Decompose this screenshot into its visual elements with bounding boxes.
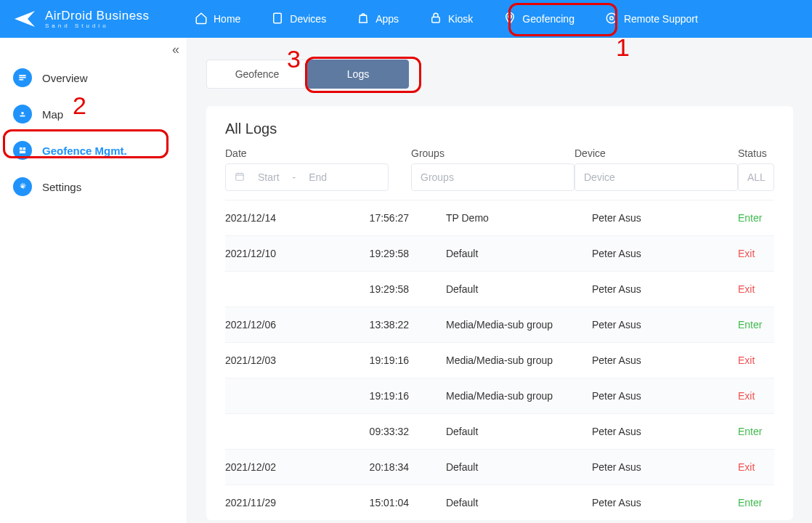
table-row: 2021/11/2915:01:04DefaultPeter AsusEnter [225, 485, 774, 520]
brand-sub: Sand Studio [45, 23, 150, 29]
svg-point-3 [606, 13, 617, 23]
groups-filter-input[interactable]: Groups [411, 163, 575, 191]
sidebar-item-label: Map [42, 108, 63, 121]
cell-group: TP Demo [446, 212, 592, 224]
table-row: 2021/12/0613:38:22Media/Media-sub groupP… [225, 307, 774, 342]
cell-status: Enter [738, 212, 774, 224]
cell-status: Exit [738, 354, 774, 366]
sidebar-item-geofence-mgmt[interactable]: Geofence Mgmt. [0, 132, 187, 169]
groups-placeholder: Groups [421, 171, 454, 183]
tab-group: Geofence Logs [206, 60, 793, 89]
brand: AirDroid Business Sand Studio [13, 9, 187, 29]
nav-geofencing[interactable]: Geofencing [496, 7, 582, 31]
status-filter-select[interactable]: ALL [738, 163, 774, 191]
nav-devices[interactable]: Devices [264, 7, 333, 31]
cell-status: Exit [738, 461, 774, 473]
brand-logo-icon [13, 9, 38, 28]
table-row: 19:29:58DefaultPeter AsusExit [225, 271, 774, 307]
sidebar-item-label: Settings [42, 181, 81, 193]
svg-rect-8 [23, 147, 25, 150]
nav-kiosk[interactable]: Kiosk [422, 7, 480, 31]
svg-rect-11 [236, 173, 244, 179]
logs-table: 2021/12/1417:56:27TP DemoPeter AsusEnter… [225, 200, 774, 520]
table-row: 2021/12/1417:56:27TP DemoPeter AsusEnter [225, 200, 774, 235]
table-row: 19:19:16Media/Media-sub groupPeter AsusE… [225, 378, 774, 413]
cell-status: Exit [738, 283, 774, 295]
collapse-sidebar-icon[interactable]: « [172, 42, 179, 57]
svg-point-2 [508, 15, 512, 18]
cell-device: Peter Asus [592, 212, 738, 224]
cell-time: 09:33:32 [370, 426, 446, 437]
svg-rect-1 [432, 17, 440, 23]
logs-card: All Logs Date Start - End Groups Groups [206, 106, 793, 520]
bag-icon [357, 12, 370, 27]
cell-device: Peter Asus [592, 390, 738, 402]
sidebar-item-settings[interactable]: Settings [0, 169, 187, 205]
cell-time: 19:19:16 [370, 390, 446, 402]
support-icon [605, 12, 618, 27]
cell-group: Media/Media-sub group [446, 319, 592, 331]
start-placeholder: Start [258, 171, 280, 183]
cell-device: Peter Asus [592, 283, 738, 295]
cell-date: 2021/12/10 [225, 248, 370, 259]
cell-time: 17:56:27 [370, 212, 446, 224]
cell-device: Peter Asus [592, 248, 738, 259]
lock-icon [429, 12, 442, 27]
header-groups: Groups [411, 147, 575, 159]
nav-label: Geofencing [522, 13, 575, 25]
cell-date: 2021/12/02 [225, 461, 370, 473]
tab-logs[interactable]: Logs [307, 60, 409, 89]
cell-time: 19:19:16 [370, 354, 446, 366]
cell-date: 2021/12/06 [225, 319, 370, 331]
location-icon [503, 12, 516, 27]
cell-status: Enter [738, 319, 774, 331]
main-content: Geofence Logs All Logs Date Start - End … [187, 38, 812, 523]
cell-time: 15:01:04 [370, 497, 446, 508]
nav-home[interactable]: Home [187, 7, 248, 31]
nav-label: Remote Support [624, 13, 698, 25]
cell-group: Media/Media-sub group [446, 354, 592, 366]
calendar-icon [235, 171, 245, 184]
tab-geofence[interactable]: Geofence [206, 60, 308, 89]
table-row: 2021/12/1019:29:58DefaultPeter AsusExit [225, 235, 774, 271]
sidebar: « Overview Map Geofence Mgmt. Settings [0, 38, 187, 523]
nav-label: Devices [290, 13, 326, 25]
cell-group: Default [446, 497, 592, 508]
cell-group: Media/Media-sub group [446, 390, 592, 402]
nav-label: Home [214, 13, 240, 25]
header-status: Status [738, 147, 774, 159]
cell-date: 2021/12/14 [225, 212, 370, 224]
nav-apps[interactable]: Apps [349, 7, 406, 31]
svg-point-4 [610, 16, 614, 20]
top-navbar: AirDroid Business Sand Studio Home Devic… [0, 0, 812, 38]
cell-status: Exit [738, 390, 774, 402]
nav-label: Kiosk [448, 13, 473, 25]
sidebar-item-label: Geofence Mgmt. [42, 145, 127, 157]
status-placeholder: ALL [747, 171, 766, 183]
sidebar-item-overview[interactable]: Overview [0, 60, 187, 96]
page-title: All Logs [225, 121, 774, 137]
date-range-input[interactable]: Start - End [225, 163, 389, 191]
cell-device: Peter Asus [592, 426, 738, 437]
cell-group: Default [446, 461, 592, 473]
header-date: Date [225, 147, 389, 159]
cell-time: 19:29:58 [370, 283, 446, 295]
cell-device: Peter Asus [592, 461, 738, 473]
table-row: 2021/12/0220:18:34DefaultPeter AsusExit [225, 449, 774, 485]
home-icon [195, 12, 208, 27]
device-filter-input[interactable]: Device [575, 163, 738, 191]
svg-rect-9 [20, 151, 25, 154]
svg-rect-6 [20, 115, 25, 117]
cell-status: Exit [738, 248, 774, 259]
sidebar-item-label: Overview [42, 72, 88, 84]
sidebar-item-map[interactable]: Map [0, 96, 187, 132]
table-row: 2021/12/0319:19:16Media/Media-sub groupP… [225, 342, 774, 378]
cell-time: 20:18:34 [370, 461, 446, 473]
filter-row: Date Start - End Groups Groups [225, 147, 774, 191]
header-device: Device [575, 147, 738, 159]
cell-device: Peter Asus [592, 354, 738, 366]
cell-date: 2021/11/29 [225, 497, 370, 508]
nav-remote-support[interactable]: Remote Support [598, 7, 705, 31]
cell-status: Enter [738, 497, 774, 508]
cell-time: 13:38:22 [370, 319, 446, 331]
